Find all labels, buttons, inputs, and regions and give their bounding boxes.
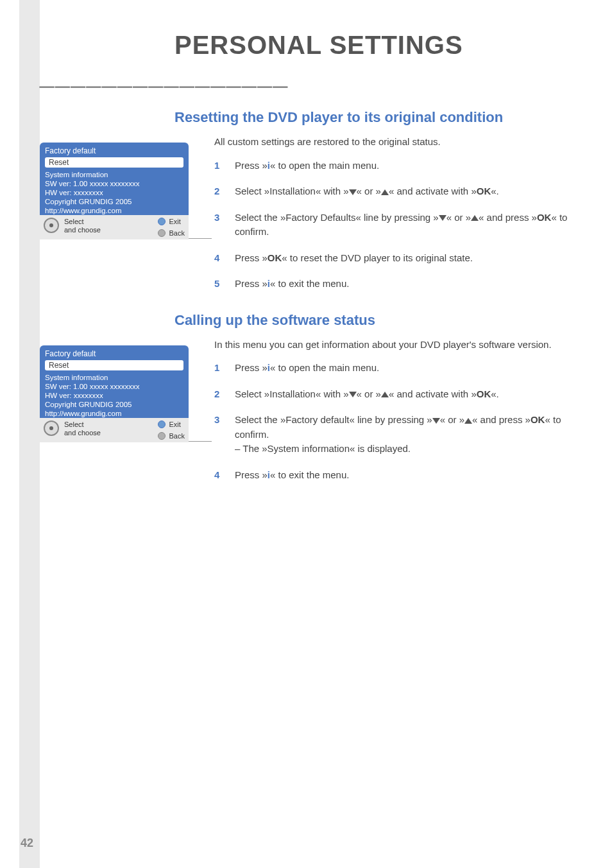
- step-num: 2: [214, 184, 223, 199]
- t: « to exit the menu.: [270, 278, 349, 289]
- osd-footer: Select and choose Exit Back: [40, 215, 189, 239]
- t: « or »: [440, 414, 464, 425]
- osd-line: SW ver: 1.00 xxxxx xxxxxxxx: [40, 382, 189, 391]
- step-text: Select the »Factory Defaults« line by pr…: [235, 211, 612, 239]
- osd-footer: Select and choose Exit Back: [40, 418, 189, 442]
- step2-3: 3 Select the »Factory default« line by p…: [214, 413, 612, 456]
- step1-4: 4 Press »OK« to reset the DVD player to …: [214, 251, 612, 266]
- up-arrow-icon: [464, 418, 472, 424]
- t: Select »Installation« with »: [235, 186, 349, 196]
- t: « to open the main menu.: [270, 160, 379, 171]
- osd-title: Factory default: [40, 349, 189, 360]
- step1-1: 1 Press »i« to open the main menu.: [214, 159, 612, 173]
- osd-screenshot-2: Factory default Reset System information…: [40, 345, 189, 442]
- step2-2: 2 Select »Installation« with »« or »« an…: [214, 387, 612, 402]
- t: « and activate with »: [389, 186, 477, 196]
- connector-line: [189, 238, 212, 239]
- nav-dpad-icon: [44, 421, 59, 436]
- t: « to reset the DVD player to its origina…: [282, 252, 473, 263]
- t: « or »: [357, 388, 381, 399]
- t: Select: [64, 218, 84, 225]
- t: « to open the main menu.: [270, 362, 379, 373]
- nav-dpad-icon: [44, 218, 59, 233]
- t: Press »: [235, 278, 268, 289]
- t: Press »: [235, 362, 268, 373]
- section-intro-sw: In this menu you can get information abo…: [214, 338, 612, 352]
- t: «.: [491, 388, 499, 399]
- page-number: 42: [21, 837, 33, 850]
- section-intro-reset: All custom settings are restored to the …: [214, 135, 612, 150]
- up-arrow-icon: [381, 392, 389, 397]
- step-text: Press »i« to exit the menu.: [235, 468, 612, 483]
- info-circle-icon: [158, 218, 166, 225]
- osd-footer-left: Select and choose: [64, 218, 153, 234]
- ok-text: OK: [537, 212, 552, 223]
- step-text: Press »i« to exit the menu.: [235, 277, 612, 291]
- step1-2: 2 Select »Installation« with »« or »« an…: [214, 184, 612, 199]
- step-num: 3: [214, 211, 223, 239]
- page-title: PERSONAL SETTINGS ________________: [40, 31, 612, 89]
- ok-text: OK: [531, 414, 545, 425]
- t: Back: [169, 432, 185, 440]
- step-num: 3: [214, 413, 223, 456]
- t: « and activate with »: [389, 388, 477, 399]
- t: « to exit the menu.: [270, 469, 349, 480]
- step-text: Select »Installation« with »« or »« and …: [235, 387, 612, 402]
- step-text: Select »Installation« with »« or »« and …: [235, 184, 612, 199]
- connector-line: [189, 441, 212, 442]
- osd-reset-row: Reset: [45, 360, 183, 370]
- osd-line: SW ver: 1.00 xxxxx xxxxxxxx: [40, 179, 189, 188]
- step-num: 4: [214, 251, 223, 266]
- step-list-1: 1 Press »i« to open the main menu. 2 Sel…: [214, 159, 612, 291]
- t: Select the »Factory default« line by pre…: [235, 414, 432, 425]
- step-text: Press »i« to open the main menu.: [235, 159, 612, 173]
- step-num: 5: [214, 277, 223, 291]
- ok-text: OK: [477, 186, 491, 196]
- t: Exit: [169, 218, 181, 225]
- step-text: Press »OK« to reset the DVD player to it…: [235, 251, 612, 266]
- osd-screenshot-1: Factory default Reset System information…: [40, 143, 189, 239]
- info-circle-icon: [158, 421, 166, 428]
- t: « and press »: [472, 414, 531, 425]
- osd-line: HW ver: xxxxxxxx: [40, 188, 189, 197]
- ok-text: OK: [268, 252, 282, 263]
- title-underline: ________________: [40, 60, 289, 88]
- osd-footer-right: Exit Back: [158, 421, 185, 440]
- osd-line: HW ver: xxxxxxxx: [40, 391, 189, 400]
- down-arrow-icon: [439, 215, 446, 221]
- osd-line: http://www.grundig.com: [40, 206, 189, 215]
- step-text: Press »i« to open the main menu.: [235, 361, 612, 376]
- t: and choose: [64, 429, 101, 437]
- sub-note: – The »System information« is displayed.: [235, 443, 411, 454]
- osd-title: Factory default: [40, 146, 189, 157]
- main-title-text: PERSONAL SETTINGS: [174, 31, 463, 59]
- step-num: 1: [214, 159, 223, 173]
- t: «.: [491, 186, 499, 196]
- step-num: 1: [214, 361, 223, 376]
- t: Select »Installation« with »: [235, 388, 349, 399]
- step-num: 4: [214, 468, 223, 483]
- osd-line: Copyright GRUNDIG 2005: [40, 400, 189, 409]
- step1-3: 3 Select the »Factory Defaults« line by …: [214, 211, 612, 239]
- osd-line: http://www.grundig.com: [40, 409, 189, 418]
- step-num: 2: [214, 387, 223, 402]
- t: Select: [64, 421, 84, 428]
- t: « and press »: [479, 212, 537, 223]
- up-arrow-icon: [471, 215, 479, 221]
- t: Press »: [235, 469, 268, 480]
- t: Back: [169, 229, 185, 237]
- t: Exit: [169, 421, 181, 428]
- down-arrow-icon: [432, 418, 440, 424]
- osd-footer-right: Exit Back: [158, 218, 185, 237]
- down-arrow-icon: [349, 189, 357, 195]
- t: Select the »Factory Defaults« line by pr…: [235, 212, 439, 223]
- back-circle-icon: [158, 432, 166, 440]
- step-text: Select the »Factory default« line by pre…: [235, 413, 612, 456]
- t: « or »: [446, 212, 471, 223]
- up-arrow-icon: [381, 189, 389, 195]
- t: « or »: [357, 186, 381, 196]
- osd-footer-left: Select and choose: [64, 421, 153, 437]
- back-circle-icon: [158, 229, 166, 237]
- osd-reset-row: Reset: [45, 157, 183, 168]
- step1-5: 5 Press »i« to exit the menu.: [214, 277, 612, 291]
